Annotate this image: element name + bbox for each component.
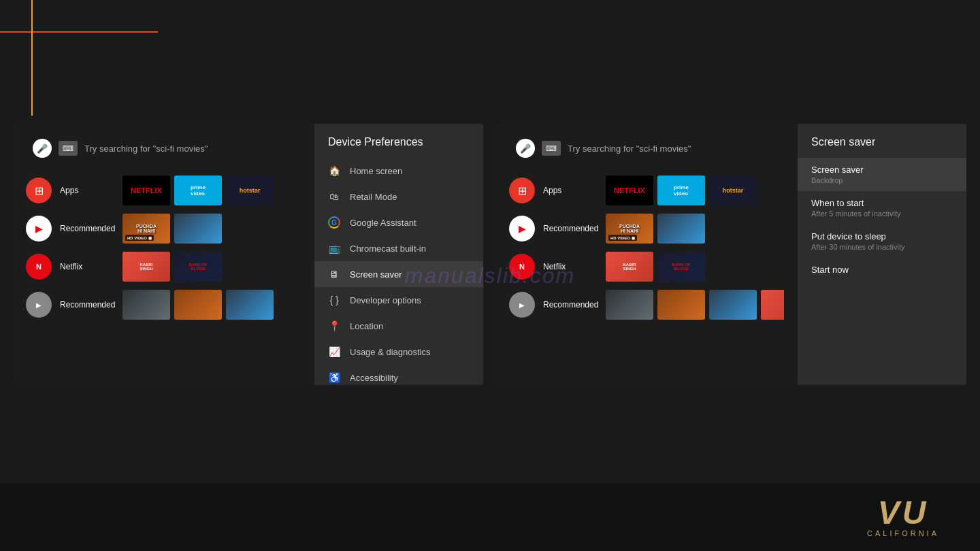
google-icon: G [328, 216, 340, 229]
netflix-thumb-right: NETFLIX [606, 176, 653, 205]
rec-thumb-right-4 [761, 290, 784, 320]
accessibility-label: Accessibility [350, 373, 398, 383]
prime-thumb: primevideo [174, 176, 222, 205]
brand-tagline: CALIFORNIA [867, 529, 939, 537]
rec-thumb-right-1 [606, 290, 653, 320]
google-assistant-label: Google Assistant [350, 218, 416, 228]
menu-screen-saver[interactable]: 🖥 Screen saver [314, 261, 483, 287]
rec-thumb-right-2 [657, 290, 705, 320]
recommended-row-1: ▶ Recommended PUCHDAHI NAHI HD VIDEO ◼ [26, 214, 301, 244]
netflix-thumbnails-right: KABIRSINGH BARD OFBLOOD [606, 252, 705, 282]
keyboard-button-left[interactable]: ⌨ [59, 141, 78, 156]
prime-thumb-right: primevideo [657, 176, 705, 205]
recommended-row-2: ▶ Recommended [26, 290, 301, 320]
netflix-label-right: Netflix [543, 262, 598, 271]
recommended-label-right: Recommended [543, 224, 598, 233]
ss-start-now-label: Start now [811, 265, 849, 275]
ss-put-device-sleep-label: Put device to sleep [811, 231, 953, 241]
youtube-icon-right: ▶ [509, 216, 535, 241]
left-tv-panel: 🎤 ⌨ Try searching for "sci-fi movies" ⊞ … [12, 124, 483, 385]
youtube-icon: ▶ [26, 216, 52, 241]
recommended-icon-bottom-right: ▶ [509, 292, 535, 318]
movie-thumb-right-2 [657, 214, 705, 244]
menu-chromecast[interactable]: 📺 Chromecast built-in [314, 235, 483, 261]
movie-thumb-kabir-1: PUCHDAHI NAHI HD VIDEO ◼ [122, 214, 170, 244]
tv-home-right: 🎤 ⌨ Try searching for "sci-fi movies" ⊞ … [495, 124, 798, 385]
screen-saver-label: Screen saver [350, 269, 402, 280]
menu-retail-mode[interactable]: 🛍 Retail Mode [314, 184, 483, 210]
screen-saver-title: Screen saver [798, 124, 966, 158]
search-placeholder-right: Try searching for "sci-fi movies" [568, 144, 691, 154]
netflix-icon: N [26, 254, 52, 280]
recommended-row-right: ▶ Recommended PUCHDAHI NAHI HD VIDEO ◼ [509, 214, 784, 244]
recommended-label-2: Recommended [60, 300, 114, 310]
developer-options-label: Developer options [350, 295, 421, 305]
menu-home-screen[interactable]: 🏠 Home screen [314, 158, 483, 184]
apps-icon-right: ⊞ [509, 178, 535, 203]
store-icon: 🛍 [328, 190, 340, 203]
apps-row: ⊞ Apps NETFLIX primevideo hotstar [26, 176, 301, 205]
tv-home-left: 🎤 ⌨ Try searching for "sci-fi movies" ⊞ … [12, 124, 314, 385]
apps-label-right: Apps [543, 186, 598, 195]
rec-thumb-3 [226, 290, 274, 320]
main-content: 🎤 ⌨ Try searching for "sci-fi movies" ⊞ … [12, 124, 968, 385]
screensaver-icon: 🖥 [328, 268, 340, 280]
menu-usage-diagnostics[interactable]: 📈 Usage & diagnostics [314, 339, 483, 365]
ss-put-device-sleep-sub: After 30 minutes of inactivity [811, 243, 953, 251]
crosshair-horizontal [0, 31, 158, 33]
ss-screen-saver-item[interactable]: Screen saver Backdrop [798, 158, 966, 191]
retail-mode-label: Retail Mode [350, 192, 397, 202]
recommended-thumbnails-right: PUCHDAHI NAHI HD VIDEO ◼ [606, 214, 705, 244]
kabir-singh-thumb: KABIRSINGH [122, 252, 170, 282]
ss-start-now-item[interactable]: Start now [798, 258, 966, 282]
menu-location[interactable]: 📍 Location [314, 313, 483, 339]
netflix-row-right: N Netflix KABIRSINGH BARD OFBLOOD [509, 252, 784, 282]
rec-thumb-right-3 [709, 290, 757, 320]
search-placeholder-left: Try searching for "sci-fi movies" [84, 144, 208, 154]
recommended-label-1: Recommended [60, 224, 114, 233]
ss-screen-saver-sub: Backdrop [811, 176, 953, 184]
keyboard-button-right[interactable]: ⌨ [542, 141, 561, 156]
accessibility-icon: ♿ [328, 371, 340, 384]
rec-thumb-1 [122, 290, 170, 320]
vu-logo: VU CALIFORNIA [867, 497, 939, 537]
recommended-label-bottom-right: Recommended [543, 300, 598, 310]
crosshair-vertical [31, 0, 33, 116]
usage-diagnostics-label: Usage & diagnostics [350, 347, 431, 357]
recommended-thumbnails-1: PUCHDAHI NAHI HD VIDEO ◼ [122, 214, 222, 244]
kabir-singh-thumb-right: KABIRSINGH [606, 252, 653, 282]
right-tv-panel: 🎤 ⌨ Try searching for "sci-fi movies" ⊞ … [495, 124, 966, 385]
apps-thumbnails-right: NETFLIX primevideo hotstar [606, 176, 757, 205]
apps-label: Apps [60, 186, 114, 195]
search-bar-right: 🎤 ⌨ Try searching for "sci-fi movies" [509, 135, 784, 162]
mic-button-right[interactable]: 🎤 [516, 139, 535, 158]
recommended-row-bottom-right: ▶ Recommended [509, 290, 784, 320]
ss-put-device-sleep-item[interactable]: Put device to sleep After 30 minutes of … [798, 224, 966, 258]
mic-button-left[interactable]: 🎤 [33, 139, 52, 158]
recommended-icon-2: ▶ [26, 292, 52, 318]
location-icon: 📍 [328, 320, 340, 332]
ss-when-to-start-sub: After 5 minutes of inactivity [811, 210, 953, 218]
apps-thumbnails: NETFLIX primevideo hotstar [122, 176, 274, 205]
netflix-label: Netflix [60, 262, 114, 271]
cast-icon: 📺 [328, 242, 340, 254]
device-prefs-title: Device Preferences [314, 124, 483, 158]
menu-developer-options[interactable]: { } Developer options [314, 287, 483, 313]
movie-thumb-right-1: PUCHDAHI NAHI HD VIDEO ◼ [606, 214, 653, 244]
apps-row-right: ⊞ Apps NETFLIX primevideo hotstar [509, 176, 784, 205]
menu-accessibility[interactable]: ♿ Accessibility [314, 365, 483, 385]
home-icon: 🏠 [328, 165, 340, 177]
bard-of-blood-thumb: BARD OFBLOOD [174, 252, 222, 282]
menu-google-assistant[interactable]: G Google Assistant [314, 210, 483, 235]
netflix-thumb: NETFLIX [122, 176, 170, 205]
search-bar-left: 🎤 ⌨ Try searching for "sci-fi movies" [26, 135, 301, 162]
chromecast-label: Chromecast built-in [350, 244, 426, 254]
bard-of-blood-thumb-right: BARD OFBLOOD [657, 252, 705, 282]
netflix-thumbnails: KABIRSINGH BARD OFBLOOD [122, 252, 222, 282]
hotstar-thumb-right: hotstar [709, 176, 757, 205]
home-screen-label: Home screen [350, 166, 402, 176]
ss-when-to-start-item[interactable]: When to start After 5 minutes of inactiv… [798, 191, 966, 224]
code-icon: { } [328, 294, 340, 306]
recommended-thumbnails-2 [122, 290, 274, 320]
brand-name: VU [878, 497, 929, 529]
